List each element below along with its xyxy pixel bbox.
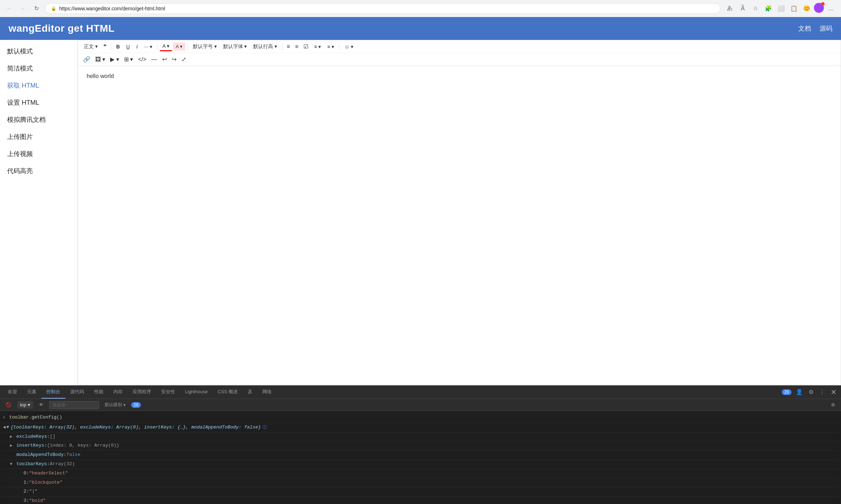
sidebar-item-tencent-doc[interactable]: 模拟腾讯文档	[0, 111, 77, 128]
sidebar: 默认模式 简洁模式 获取 HTML 设置 HTML 模拟腾讯文档 上传图片 上传…	[0, 40, 78, 385]
devtools-person-icon[interactable]: 👤	[794, 387, 804, 397]
devtools-tab-network[interactable]: 网络	[257, 386, 277, 399]
translate-button[interactable]: あ	[724, 3, 735, 14]
redo-btn[interactable]: ↪	[170, 54, 179, 64]
fullscreen-btn[interactable]: ⤢	[179, 54, 188, 64]
insertkeys-key: insertKeys:	[16, 442, 47, 450]
console-line-result: ◀ ▼ {toolbarKeys: Array(32), excludeKeys…	[3, 423, 838, 432]
more-button[interactable]: …	[825, 3, 837, 14]
result-arrow: ◀	[3, 424, 6, 431]
sidebar-item-default-mode[interactable]: 默认模式	[0, 43, 77, 60]
code-btn[interactable]: </>	[136, 55, 148, 64]
underline-btn[interactable]: U	[123, 42, 133, 51]
forward-button[interactable]: →	[18, 4, 28, 14]
profile-button[interactable]	[814, 3, 824, 13]
font-family-select[interactable]: 默认字体 ▾	[220, 42, 250, 51]
image-btn[interactable]: 🖼 ▾	[93, 54, 107, 64]
table-btn[interactable]: ⊞ ▾	[122, 54, 135, 64]
editor-content[interactable]: hello world	[78, 66, 841, 385]
devtools-close-icon[interactable]: ✕	[829, 386, 838, 398]
sidebar-item-code-highlight[interactable]: 代码高亮	[0, 162, 77, 180]
reload-button[interactable]: ↻	[31, 4, 41, 14]
devtools-add-btn[interactable]: top ▾	[17, 401, 33, 409]
devtools-tab-application[interactable]: 应用程序	[128, 386, 156, 399]
divider-btn[interactable]: —	[149, 55, 159, 64]
devtools-tab-security[interactable]: 安全性	[156, 386, 180, 399]
link-btn[interactable]: 🔗	[81, 54, 92, 64]
doc-link[interactable]: 文档	[798, 24, 811, 33]
address-bar: 🔒 https://www.wangeditor.com/demo/get-ht…	[45, 3, 721, 14]
devtools-tab-welcome[interactable]: 欢迎	[3, 386, 22, 399]
sep3	[188, 43, 188, 50]
devtools-tab-sources[interactable]: 源代码	[65, 386, 89, 399]
modal-toggle	[10, 452, 15, 458]
align-btn[interactable]: ≡ ▾	[311, 42, 324, 51]
source-link[interactable]: 源码	[820, 24, 832, 33]
devtools-tab-actions: 26 👤 ⚙ ⋮ ✕	[782, 386, 838, 398]
ordered-list-btn[interactable]: ≡	[293, 42, 301, 51]
italic-btn[interactable]: I	[133, 42, 140, 51]
todo-list-btn[interactable]: ☑	[301, 42, 311, 51]
console-line-3: 3: "bold"	[3, 497, 838, 504]
collections-button[interactable]: 📋	[788, 3, 800, 14]
font-size-select[interactable]: 默认字号 ▾	[190, 42, 220, 51]
sidebar-item-get-html[interactable]: 获取 HTML	[0, 77, 77, 94]
sidebar-item-upload-image[interactable]: 上传图片	[0, 128, 77, 145]
emoji-btn[interactable]: ☺ ▾	[342, 42, 356, 51]
toolbar: 正文 ▾ ❝ B U I ··· ▾ A ▾ A ▾ 默认字号 ▾ 默认字体 ▾…	[78, 40, 841, 66]
video-btn[interactable]: ▶ ▾	[108, 54, 121, 64]
devtools-tab-performance[interactable]: 性能	[89, 386, 108, 399]
page-title: wangEditor get HTML	[9, 23, 114, 34]
editor-area: 正文 ▾ ❝ B U I ··· ▾ A ▾ A ▾ 默认字号 ▾ 默认字体 ▾…	[78, 40, 841, 385]
sidebar-button[interactable]: ⬜	[775, 3, 787, 14]
devtools-settings-icon[interactable]: ⚙	[807, 387, 815, 397]
console-line-insertkeys: ▶ insertKeys: {index: 0, keys: Array(0)}	[3, 441, 838, 451]
profile-icon-button[interactable]: 😊	[801, 3, 812, 14]
devtools-clear-btn[interactable]: 🚫	[3, 401, 14, 409]
info-icon[interactable]: ⓘ	[262, 424, 267, 431]
item3-val: "bold"	[29, 497, 46, 504]
sidebar-item-upload-video[interactable]: 上传视频	[0, 145, 77, 162]
undo-btn[interactable]: ↩	[160, 54, 169, 64]
bold-btn[interactable]: B	[113, 42, 123, 51]
back-button[interactable]: ←	[4, 4, 14, 14]
reader-button[interactable]: A̅	[737, 3, 748, 14]
insertkeys-toggle[interactable]: ▶	[10, 443, 15, 449]
devtools-tab-memory[interactable]: 内存	[108, 386, 128, 399]
result-obj: {toolbarKeys: Array(32), excludeKeys: Ar…	[11, 424, 261, 431]
extensions-button[interactable]: 🧩	[763, 3, 774, 14]
toolbarkeys-val: Array(32)	[50, 461, 75, 468]
devtools-console[interactable]: > toolbar.getConfig() ◀ ▼ {toolbarKeys: …	[0, 411, 841, 504]
bg-color-btn[interactable]: A ▾	[173, 42, 185, 51]
devtools-tab-console[interactable]: 控制台	[41, 386, 65, 399]
devtools-tab-and[interactable]: 及	[243, 386, 257, 399]
indent-btn[interactable]: ≡ ▾	[324, 42, 337, 51]
excludekeys-toggle[interactable]: ▶	[10, 434, 15, 440]
blockquote-btn[interactable]: ❝	[101, 42, 109, 51]
unordered-list-btn[interactable]: ≡	[284, 42, 292, 51]
sidebar-item-set-html[interactable]: 设置 HTML	[0, 94, 77, 111]
font-color-btn[interactable]: A ▾	[160, 42, 172, 51]
devtools-eye-btn[interactable]: 👁	[36, 401, 46, 409]
toolbarkeys-toggle[interactable]: ▼	[10, 461, 15, 468]
item3-idx: 3:	[24, 497, 29, 504]
fn-toggle[interactable]: >	[3, 415, 8, 421]
devtools-tab-lighthouse[interactable]: Lighthouse	[180, 386, 213, 398]
console-line-2: 2: "|"	[3, 487, 838, 497]
more-style-btn[interactable]: ··· ▾	[141, 42, 155, 51]
item1-val: "blockquote"	[29, 479, 63, 487]
devtools-tab-css-overview[interactable]: CSS 概述	[213, 386, 243, 399]
collapse-toggle[interactable]: ▼	[6, 424, 9, 431]
favorite-button[interactable]: ☆	[750, 3, 761, 14]
devtools-console-settings-btn[interactable]: ⚙	[828, 400, 838, 410]
devtools-tab-elements[interactable]: 元素	[22, 386, 41, 399]
sidebar-item-simple-mode[interactable]: 简洁模式	[0, 60, 77, 77]
devtools-filter-input[interactable]	[49, 401, 99, 409]
heading-select[interactable]: 正文 ▾	[81, 42, 101, 51]
toolbarkeys-key: toolbarKeys:	[16, 461, 50, 468]
sep4	[282, 43, 282, 50]
top-label: top	[20, 402, 26, 407]
devtools-level-btn[interactable]: 默认级别 ▾	[102, 401, 128, 409]
line-height-select[interactable]: 默认行高 ▾	[250, 42, 280, 51]
devtools-more-icon[interactable]: ⋮	[818, 387, 826, 397]
